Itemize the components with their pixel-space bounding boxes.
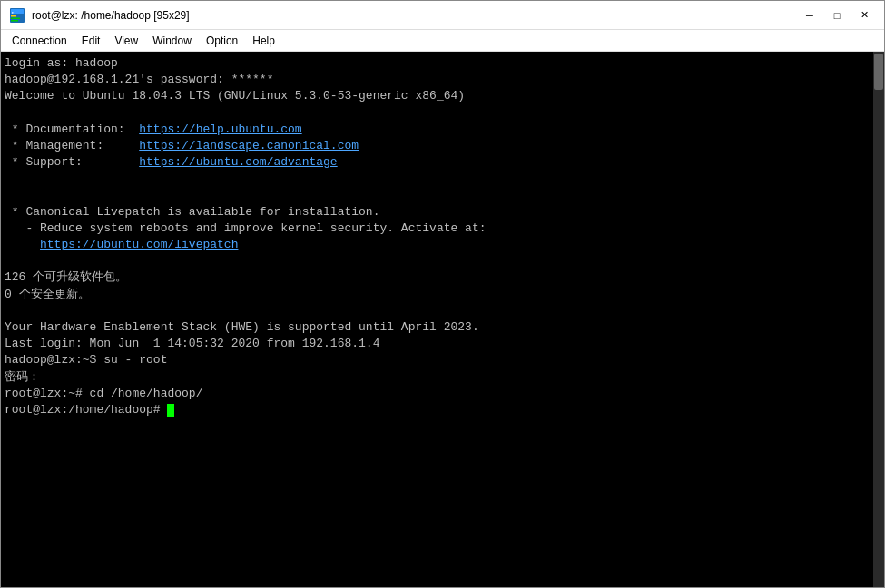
minimize-button[interactable]: ─: [797, 5, 822, 25]
link-ubuntu-help[interactable]: https://help.ubuntu.com: [139, 122, 301, 136]
svg-rect-3: [11, 15, 16, 17]
menu-edit[interactable]: Edit: [74, 31, 108, 51]
close-button[interactable]: ✕: [851, 5, 877, 25]
maximize-button[interactable]: □: [824, 5, 850, 25]
menu-bar: Connection Edit View Window Option Help: [1, 30, 884, 52]
menu-option[interactable]: Option: [199, 31, 245, 51]
menu-help[interactable]: Help: [245, 31, 282, 51]
line-1: login as: hadoop hadoop@192.168.1.21's p…: [5, 56, 487, 416]
terminal-area[interactable]: login as: hadoop hadoop@192.168.1.21's p…: [1, 52, 884, 587]
terminal-window: ► root@lzx: /home/hadoop [95x29] ─ □ ✕ C…: [0, 0, 885, 588]
svg-rect-5: [11, 20, 18, 22]
scrollbar[interactable]: [873, 52, 884, 587]
menu-window[interactable]: Window: [145, 31, 199, 51]
terminal-output: login as: hadoop hadoop@192.168.1.21's p…: [1, 52, 873, 587]
app-icon: ►: [8, 6, 26, 24]
link-advantage[interactable]: https://ubuntu.com/advantage: [139, 155, 337, 169]
window-title: root@lzx: /home/hadoop [95x29]: [32, 9, 797, 22]
link-landscape[interactable]: https://landscape.canonical.com: [139, 139, 359, 152]
title-bar: ► root@lzx: /home/hadoop [95x29] ─ □ ✕: [1, 1, 884, 30]
scrollbar-thumb[interactable]: [874, 54, 883, 90]
menu-view[interactable]: View: [107, 31, 145, 51]
link-livepatch[interactable]: https://ubuntu.com/livepatch: [40, 238, 238, 251]
terminal-cursor: [167, 404, 174, 416]
window-controls: ─ □ ✕: [797, 5, 877, 25]
svg-rect-4: [11, 17, 20, 19]
menu-connection[interactable]: Connection: [5, 31, 74, 51]
